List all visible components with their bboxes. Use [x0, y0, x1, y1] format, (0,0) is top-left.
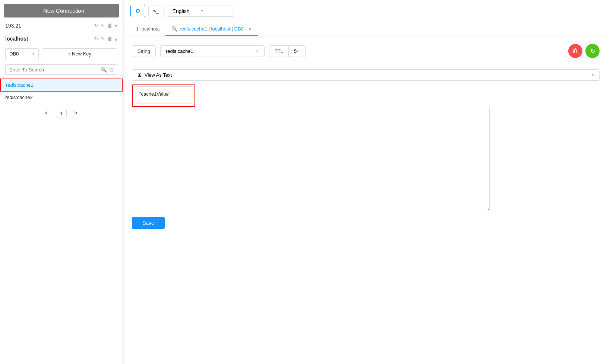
terminal-button[interactable]: >_ [148, 6, 164, 16]
tab-redis-cache1-label: redis:cache1 | localhost | DB0 [180, 26, 244, 32]
language-chevron-icon: ▾ [201, 9, 203, 13]
delete-icon-localhost[interactable]: 🗑 [107, 36, 113, 42]
tabs-bar: ℹ localhost 🔍 redis:cache1 | localhost |… [124, 22, 607, 36]
key-item-cache1-label: redis:cache1 [6, 82, 34, 88]
key-item-cache2-label: redis:cache2 [5, 95, 33, 100]
value-editor-container [132, 84, 600, 211]
ttl-value-display[interactable]: 5 ✓ [289, 45, 306, 57]
connection-item-193[interactable]: 193.21 ↻ ✎ 🗑 ▾ [0, 20, 123, 32]
save-section: Save [124, 211, 607, 235]
delete-key-button[interactable]: 🗑 [568, 44, 582, 58]
content-area: ⚙ >_ English ▾ ℹ localhost 🔍 redis: [124, 0, 607, 364]
terminal-icon: >_ [153, 8, 159, 14]
key-meta-row: String redis:cache1 ✓ TTL 5 ✓ 🗑 [132, 44, 600, 58]
delete-icon-193[interactable]: 🗑 [107, 23, 113, 29]
connection-actions-193: ↻ ✎ 🗑 ▾ [94, 23, 117, 29]
view-dropdown-content: ⊞ View As Text [137, 72, 172, 78]
tab-localhost-label: localhost [140, 26, 159, 32]
language-select[interactable]: English ▾ [167, 6, 234, 17]
value-editor-main[interactable] [132, 107, 490, 211]
tab-close-button[interactable]: ✕ [248, 26, 252, 32]
key-name-display[interactable]: redis:cache1 ✓ [160, 45, 265, 57]
app-container: + New Connection 193.21 ↻ ✎ 🗑 ▾ localhos… [0, 0, 607, 364]
ttl-check-icon: ✓ [297, 49, 300, 54]
sidebar: + New Connection 193.21 ↻ ✎ 🗑 ▾ localhos… [0, 0, 123, 364]
key-name-value: redis:cache1 [166, 48, 193, 54]
localhost-actions: ↻ ✎ 🗑 ▴ [94, 36, 117, 42]
ttl-label: TTL [269, 45, 289, 57]
search-icon: 🔍 [101, 67, 107, 73]
new-key-button[interactable]: + New Key [42, 48, 117, 59]
localhost-section: localhost ↻ ✎ 🗑 ▴ DB0 ▾ + New Key [0, 32, 123, 122]
view-dropdown-chevron-icon: ▾ [592, 73, 594, 77]
current-page: 1 [56, 109, 67, 118]
new-connection-button[interactable]: + New Connection [4, 4, 119, 17]
db-select[interactable]: DB0 ▾ [5, 48, 39, 59]
tab-search-icon: 🔍 [171, 26, 177, 32]
save-button[interactable]: Save [132, 217, 165, 229]
tab-localhost-info[interactable]: ℹ localhost [130, 22, 165, 36]
pagination: < 1 > [0, 105, 123, 122]
tab-redis-cache1[interactable]: 🔍 redis:cache1 | localhost | DB0 ✕ [165, 22, 258, 36]
key-list: redis:cache1 redis:cache2 [0, 77, 123, 105]
ttl-container: TTL 5 ✓ [269, 45, 306, 57]
refresh-key-button[interactable]: ↻ [585, 44, 600, 58]
main-area: + New Connection 193.21 ↻ ✎ 🗑 ▾ localhos… [0, 0, 607, 364]
view-section: ⊞ View As Text ▾ [124, 69, 607, 211]
key-detail: String redis:cache1 ✓ TTL 5 ✓ 🗑 [124, 36, 607, 69]
key-item-cache2[interactable]: redis:cache2 [0, 92, 123, 103]
localhost-header: localhost ↻ ✎ 🗑 ▴ [0, 32, 123, 45]
search-grid-icon[interactable]: ⊞ [109, 67, 113, 73]
prev-page-button[interactable]: < [42, 108, 51, 118]
settings-button[interactable]: ⚙ [130, 5, 145, 17]
content-top-bar: ⚙ >_ English ▾ [124, 0, 607, 22]
chevron-down-icon-193[interactable]: ▾ [115, 23, 117, 29]
db-select-chevron: ▾ [32, 51, 35, 56]
key-name-check-icon: ✓ [256, 49, 259, 54]
refresh-icon-193[interactable]: ↻ [94, 23, 98, 29]
view-dropdown[interactable]: ⊞ View As Text ▾ [132, 69, 600, 81]
key-type-label: String [137, 48, 150, 54]
localhost-label: localhost [5, 36, 28, 42]
settings-icon: ⚙ [135, 7, 140, 15]
key-item-cache1[interactable]: redis:cache1 [0, 79, 123, 92]
edit-icon-localhost[interactable]: ✎ [101, 36, 105, 42]
ttl-value: 5 [294, 48, 297, 54]
db-controls: DB0 ▾ + New Key [0, 45, 123, 62]
edit-icon-193[interactable]: ✎ [101, 23, 105, 29]
action-buttons: 🗑 ↻ [568, 44, 600, 58]
next-page-button[interactable]: > [71, 108, 80, 118]
value-editor-highlight [132, 84, 195, 107]
language-value: English [173, 8, 190, 14]
search-input[interactable] [9, 67, 98, 73]
refresh-icon-localhost[interactable]: ↻ [94, 36, 98, 42]
view-mode-icon: ⊞ [137, 72, 142, 78]
db-select-value: DB0 [9, 51, 19, 57]
view-mode-label: View As Text [145, 72, 172, 78]
search-bar: 🔍 ⊞ [5, 64, 117, 75]
connection-title-193: 193.21 [5, 23, 21, 29]
tab-info-icon: ℹ [136, 26, 138, 32]
value-editor[interactable] [134, 86, 193, 103]
chevron-up-icon-localhost[interactable]: ▴ [115, 36, 117, 42]
key-type-badge: String [132, 45, 156, 57]
